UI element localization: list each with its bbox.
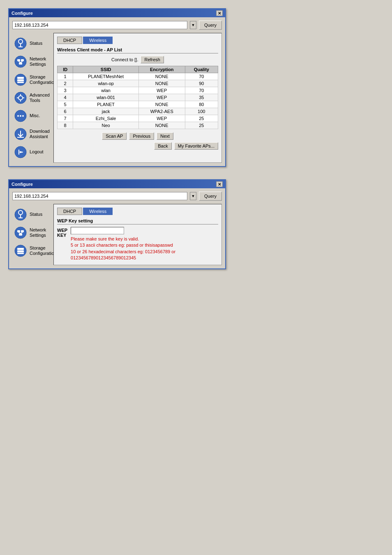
storage-icon-2 [14,244,27,257]
cell-encryption: WEP [138,87,185,94]
tab-wireless-1[interactable]: Wireless [83,37,113,44]
query-button-1[interactable]: Query [199,21,222,30]
cell-quality: 35 [185,94,218,101]
cell-id: 5 [58,101,73,108]
close-button-1[interactable]: ✕ [216,10,223,16]
ap-table: ID SSID Encryption Quality 1PLANETMeshNe… [57,66,218,129]
svg-point-23 [22,115,24,117]
table-row[interactable]: 2wlan-opNONE90 [58,80,218,87]
col-quality: Quality [185,66,218,73]
address-bar-1: ▼ Query [12,21,222,30]
network-icon-2 [14,226,27,239]
sidebar-item-logout[interactable]: Logout [12,143,53,161]
sidebar-item-misc[interactable]: Misc. [12,107,53,125]
sidebar-label-download: DownloadAssistant [30,129,50,139]
sidebar-1: Status NetworkSettings [12,33,53,163]
cell-quality: 70 [185,87,218,94]
svg-rect-40 [17,250,24,252]
refresh-button[interactable]: Refresh [141,56,164,63]
address-input-2[interactable] [12,192,187,200]
svg-point-32 [15,227,26,238]
sidebar2-label-status: Status [30,212,42,217]
cell-id: 3 [58,87,73,94]
address-dropdown-2[interactable]: ▼ [190,192,196,200]
svg-rect-39 [17,248,24,250]
scan-ap-button[interactable]: Scan AP [102,132,127,140]
content-area-1: Status NetworkSettings [12,33,222,163]
misc-icon [14,109,27,123]
tab-dhcp-2[interactable]: DHCP [57,208,82,215]
table-row[interactable]: 4wlan-001WEP35 [58,94,218,101]
svg-rect-6 [21,59,24,61]
cell-quality: 70 [185,73,218,80]
svg-rect-34 [21,230,24,232]
cell-id: 8 [58,122,73,129]
sidebar-label-advanced: AdvancedTools [30,92,50,103]
cell-quality: 25 [185,122,218,129]
cell-encryption: NONE [138,73,185,80]
connect-to-label: Connect to []. [111,57,138,62]
tab-wireless-2[interactable]: Wireless [83,208,113,215]
address-input-1[interactable] [12,21,187,29]
svg-point-22 [20,115,21,117]
cell-encryption: NONE [138,122,185,129]
wep-section-title: WEP Key setting [57,218,218,224]
svg-rect-11 [17,77,24,79]
svg-rect-13 [17,82,24,83]
sidebar-item-download[interactable]: DownloadAssistant [12,125,53,143]
table-row[interactable]: 5PLANETNONE80 [58,101,218,108]
cell-quality: 90 [185,80,218,87]
button-row-1: Scan AP Previous Next [57,132,218,140]
svg-point-4 [15,56,26,67]
cell-id: 6 [58,108,73,115]
svg-point-14 [15,92,26,104]
col-id: ID [58,66,73,73]
sidebar-item-network[interactable]: NetworkSettings [12,53,53,71]
cell-quality: 100 [185,108,218,115]
svg-rect-7 [19,62,22,65]
status-icon-2 [14,208,27,221]
cell-ssid: PLANET [73,101,139,108]
svg-rect-35 [19,234,22,236]
svg-rect-41 [17,253,24,254]
window-2: Configure ✕ ▼ Query Status [8,179,226,269]
sidebar-item-advanced[interactable]: AdvancedTools [12,89,53,107]
cell-quality: 25 [185,115,218,122]
title-bar-2: Configure ✕ [9,180,225,188]
table-row[interactable]: 6jackWPA2-AES100 [58,108,218,115]
sidebar2-label-storage: StorageConfiguration [30,245,56,256]
storage-icon [14,73,27,86]
table-row[interactable]: 7Ezhi_SaleWEP25 [58,115,218,122]
tab-bar-2: DHCP Wireless [57,208,218,215]
sidebar2-item-status[interactable]: Status [12,206,53,224]
bottom-row-1: Back My Favorite APs... [57,142,218,150]
back-button[interactable]: Back [154,142,171,150]
wep-key-input[interactable] [71,227,124,234]
table-row[interactable]: 8NeoNONE25 [58,122,218,129]
sidebar-2: Status NetworkSettings [12,204,53,265]
sidebar-item-storage[interactable]: StorageConfiguration [12,71,53,89]
sidebar2-item-storage[interactable]: StorageConfiguration [12,242,53,260]
address-bar-2: ▼ Query [12,192,222,201]
next-button[interactable]: Next [157,132,173,140]
col-encryption: Encryption [138,66,185,73]
cell-id: 1 [58,73,73,80]
cell-ssid: wlan-op [73,80,139,87]
table-row[interactable]: 1PLANETMeshNetNONE70 [58,73,218,80]
close-button-2[interactable]: ✕ [216,181,223,187]
address-dropdown-1[interactable]: ▼ [190,21,196,29]
section-title-1: Wireless Client mode - AP List [57,47,218,53]
advanced-icon [14,91,27,104]
query-button-2[interactable]: Query [199,192,222,201]
cell-ssid: Neo [73,122,139,129]
sidebar2-item-network[interactable]: NetworkSettings [12,224,53,242]
previous-button[interactable]: Previous [129,132,154,140]
tab-dhcp-1[interactable]: DHCP [57,37,82,44]
sidebar-item-status[interactable]: Status [12,35,53,53]
logout-icon [14,146,27,159]
table-row[interactable]: 3wlanWEP70 [58,87,218,94]
main-content-2: DHCP Wireless WEP Key setting WEPKEY Ple… [53,204,222,265]
cell-quality: 80 [185,101,218,108]
fav-button[interactable]: My Favorite APs... [174,142,218,150]
network-icon [14,55,27,68]
